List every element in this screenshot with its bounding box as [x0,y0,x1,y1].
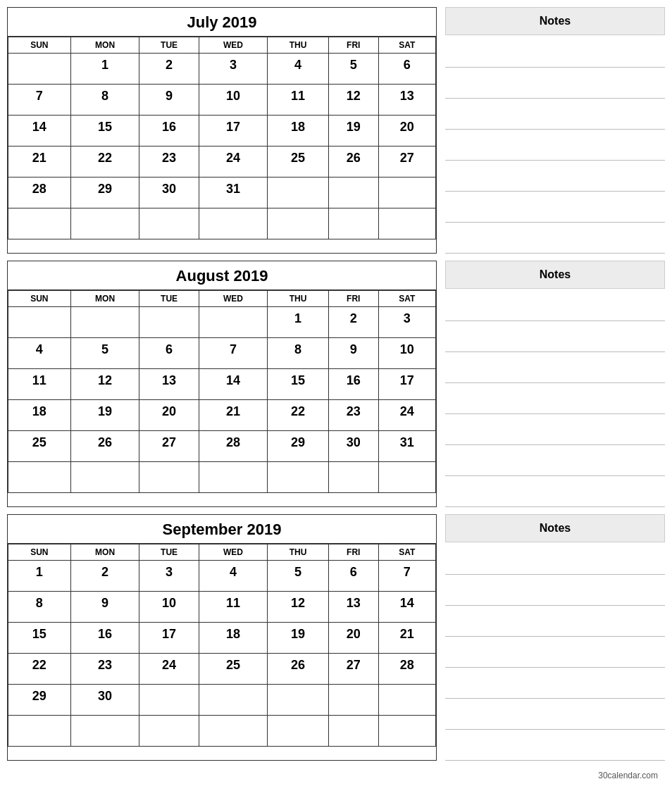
week-row-3: 22232425262728 [8,654,436,685]
notes-line[interactable] [445,637,665,668]
day-cell: 5 [268,561,328,592]
day-cell: 7 [8,85,71,116]
day-cell: 25 [199,654,268,685]
day-cell: 31 [378,431,435,462]
day-cell: 23 [328,400,378,431]
day-header-tue: TUE [139,291,199,307]
day-cell: 12 [268,592,328,623]
day-cell: 8 [8,592,71,623]
day-cell: 26 [268,654,328,685]
day-cell: 12 [328,85,378,116]
day-cell: 18 [8,400,71,431]
day-cell [268,462,328,493]
notes-line[interactable] [445,575,665,606]
day-cell: 4 [8,338,71,369]
day-cell: 6 [139,338,199,369]
day-header-wed: WED [199,291,268,307]
notes-line[interactable] [445,99,665,130]
notes-section-0: Notes [445,7,665,254]
notes-line[interactable] [445,37,665,68]
day-cell: 17 [378,369,435,400]
notes-line[interactable] [445,476,665,507]
notes-line[interactable] [445,730,665,761]
day-cell: 19 [268,623,328,654]
notes-section-2: Notes [445,514,665,761]
day-cell: 19 [328,116,378,147]
day-cell [199,462,268,493]
notes-line[interactable] [445,290,665,321]
day-cell [8,462,71,493]
notes-line[interactable] [445,414,665,445]
day-header-wed: WED [199,37,268,54]
day-cell: 18 [268,116,328,147]
notes-line[interactable] [445,130,665,161]
day-cell: 29 [268,431,328,462]
day-cell [8,716,71,747]
day-cell: 2 [328,307,378,338]
footer: 30calendar.com [7,771,665,780]
day-cell: 14 [8,116,71,147]
notes-line[interactable] [445,606,665,637]
calendar-0: July 2019SUNMONTUEWEDTHUFRISAT1234567891… [7,7,437,254]
day-cell: 21 [378,623,435,654]
day-cell [139,685,199,716]
day-cell: 22 [268,400,328,431]
day-cell: 28 [8,177,71,208]
week-row-1: 45678910 [8,338,436,369]
notes-line[interactable] [445,321,665,352]
day-cell [70,208,139,239]
day-header-thu: THU [268,37,328,54]
day-cell: 10 [139,592,199,623]
day-cell: 4 [268,54,328,85]
day-cell: 7 [378,561,435,592]
day-header-sat: SAT [378,291,435,307]
day-cell: 27 [378,147,435,177]
day-cell [199,685,268,716]
day-cell: 14 [378,592,435,623]
notes-line[interactable] [445,192,665,223]
day-cell: 29 [8,685,71,716]
day-cell: 4 [199,561,268,592]
day-cell: 16 [139,116,199,147]
notes-section-1: Notes [445,261,665,507]
notes-line[interactable] [445,383,665,414]
notes-line[interactable] [445,445,665,476]
day-cell: 10 [199,85,268,116]
day-header-sun: SUN [8,291,71,307]
day-cell: 1 [268,307,328,338]
week-row-2: 11121314151617 [8,369,436,400]
week-row-0: 123 [8,307,436,338]
day-cell [378,716,435,747]
day-cell: 26 [70,431,139,462]
week-row-4: 2930 [8,685,436,716]
day-cell [268,177,328,208]
day-cell [328,177,378,208]
day-cell [70,307,139,338]
week-row-0: 1234567 [8,561,436,592]
day-cell [8,208,71,239]
notes-line[interactable] [445,544,665,575]
notes-lines-2 [445,544,665,761]
day-cell: 3 [199,54,268,85]
day-cell: 17 [199,116,268,147]
week-row-5 [8,716,436,747]
day-cell: 28 [378,654,435,685]
day-cell: 11 [199,592,268,623]
day-cell: 13 [328,592,378,623]
notes-line[interactable] [445,68,665,99]
notes-line[interactable] [445,668,665,699]
notes-line[interactable] [445,699,665,730]
day-header-fri: FRI [328,37,378,54]
notes-line[interactable] [445,223,665,254]
day-cell [328,685,378,716]
month-row-1: August 2019SUNMONTUEWEDTHUFRISAT12345678… [7,261,665,507]
day-cell: 1 [70,54,139,85]
day-cell: 8 [268,338,328,369]
notes-header-1: Notes [445,261,665,289]
day-cell: 2 [70,561,139,592]
week-row-1: 891011121314 [8,592,436,623]
notes-line[interactable] [445,352,665,383]
day-cell: 11 [268,85,328,116]
notes-line[interactable] [445,161,665,192]
day-cell: 15 [8,623,71,654]
